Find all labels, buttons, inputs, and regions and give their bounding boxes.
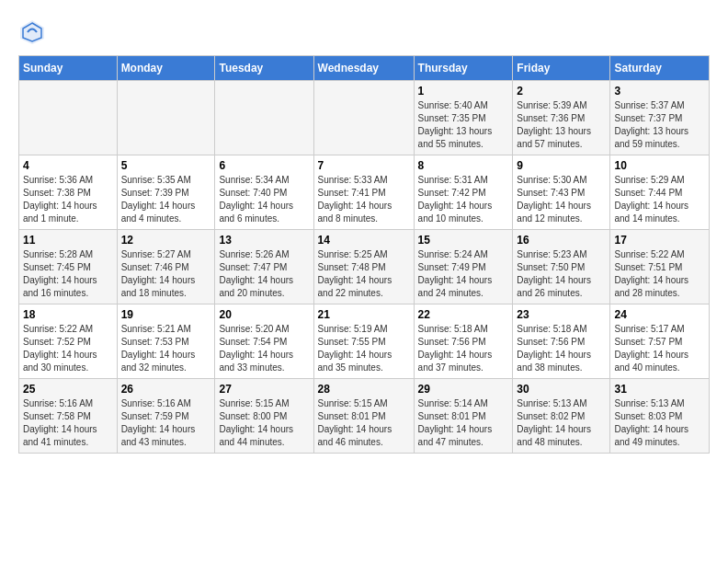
calendar-cell	[313, 81, 414, 155]
day-info: Sunrise: 5:35 AM Sunset: 7:39 PM Dayligh…	[121, 174, 211, 225]
day-number: 14	[318, 234, 410, 247]
col-header-thursday: Thursday	[414, 56, 513, 81]
calendar-cell: 3Sunrise: 5:37 AM Sunset: 7:37 PM Daylig…	[610, 81, 710, 155]
calendar-cell	[215, 81, 313, 155]
calendar-cell: 10Sunrise: 5:29 AM Sunset: 7:44 PM Dayli…	[610, 155, 710, 230]
day-info: Sunrise: 5:13 AM Sunset: 8:03 PM Dayligh…	[614, 397, 705, 449]
day-number: 10	[614, 159, 705, 172]
calendar-cell: 20Sunrise: 5:20 AM Sunset: 7:54 PM Dayli…	[215, 304, 313, 379]
day-info: Sunrise: 5:14 AM Sunset: 8:01 PM Dayligh…	[418, 397, 509, 449]
day-info: Sunrise: 5:13 AM Sunset: 8:02 PM Dayligh…	[517, 397, 606, 449]
day-number: 31	[614, 383, 705, 396]
calendar-cell: 27Sunrise: 5:15 AM Sunset: 8:00 PM Dayli…	[215, 379, 313, 454]
calendar-cell: 11Sunrise: 5:28 AM Sunset: 7:45 PM Dayli…	[19, 230, 118, 304]
calendar-cell: 21Sunrise: 5:19 AM Sunset: 7:55 PM Dayli…	[313, 304, 414, 379]
day-info: Sunrise: 5:31 AM Sunset: 7:42 PM Dayligh…	[418, 174, 509, 225]
day-number: 4	[23, 159, 113, 172]
day-info: Sunrise: 5:34 AM Sunset: 7:40 PM Dayligh…	[219, 174, 309, 225]
day-info: Sunrise: 5:20 AM Sunset: 7:54 PM Dayligh…	[219, 323, 309, 374]
calendar-cell: 22Sunrise: 5:18 AM Sunset: 7:56 PM Dayli…	[414, 304, 513, 379]
day-number: 29	[418, 383, 509, 396]
day-number: 23	[517, 308, 606, 321]
calendar-cell: 8Sunrise: 5:31 AM Sunset: 7:42 PM Daylig…	[414, 155, 513, 230]
day-info: Sunrise: 5:25 AM Sunset: 7:48 PM Dayligh…	[318, 248, 410, 300]
calendar-cell: 19Sunrise: 5:21 AM Sunset: 7:53 PM Dayli…	[117, 304, 215, 379]
calendar-table: SundayMondayTuesdayWednesdayThursdayFrid…	[18, 55, 710, 454]
calendar-cell: 25Sunrise: 5:16 AM Sunset: 7:58 PM Dayli…	[19, 379, 118, 454]
day-number: 2	[517, 85, 606, 98]
day-number: 19	[121, 308, 211, 321]
day-number: 5	[121, 159, 211, 172]
week-row-3: 11Sunrise: 5:28 AM Sunset: 7:45 PM Dayli…	[19, 230, 710, 304]
day-number: 12	[121, 234, 211, 247]
day-info: Sunrise: 5:27 AM Sunset: 7:46 PM Dayligh…	[121, 248, 211, 300]
day-number: 9	[517, 159, 606, 172]
day-number: 13	[219, 234, 309, 247]
calendar-cell: 23Sunrise: 5:18 AM Sunset: 7:56 PM Dayli…	[513, 304, 610, 379]
calendar-cell: 1Sunrise: 5:40 AM Sunset: 7:35 PM Daylig…	[414, 81, 513, 155]
day-number: 28	[318, 383, 410, 396]
day-number: 24	[614, 308, 705, 321]
day-number: 20	[219, 308, 309, 321]
day-number: 3	[614, 85, 705, 98]
calendar-cell: 14Sunrise: 5:25 AM Sunset: 7:48 PM Dayli…	[313, 230, 414, 304]
calendar-cell: 13Sunrise: 5:26 AM Sunset: 7:47 PM Dayli…	[215, 230, 313, 304]
col-header-saturday: Saturday	[610, 56, 710, 81]
day-info: Sunrise: 5:22 AM Sunset: 7:51 PM Dayligh…	[614, 248, 705, 300]
day-info: Sunrise: 5:37 AM Sunset: 7:37 PM Dayligh…	[614, 99, 705, 151]
day-number: 18	[23, 308, 113, 321]
calendar-cell: 4Sunrise: 5:36 AM Sunset: 7:38 PM Daylig…	[19, 155, 118, 230]
svg-marker-0	[20, 20, 44, 44]
day-info: Sunrise: 5:36 AM Sunset: 7:38 PM Dayligh…	[23, 174, 113, 225]
day-number: 25	[23, 383, 113, 396]
calendar-cell: 9Sunrise: 5:30 AM Sunset: 7:43 PM Daylig…	[513, 155, 610, 230]
day-info: Sunrise: 5:29 AM Sunset: 7:44 PM Dayligh…	[614, 174, 705, 225]
col-header-sunday: Sunday	[19, 56, 118, 81]
calendar-cell: 12Sunrise: 5:27 AM Sunset: 7:46 PM Dayli…	[117, 230, 215, 304]
day-info: Sunrise: 5:16 AM Sunset: 7:58 PM Dayligh…	[23, 397, 113, 449]
day-info: Sunrise: 5:40 AM Sunset: 7:35 PM Dayligh…	[418, 99, 509, 151]
day-number: 17	[614, 234, 705, 247]
day-number: 21	[318, 308, 410, 321]
day-info: Sunrise: 5:28 AM Sunset: 7:45 PM Dayligh…	[23, 248, 113, 300]
calendar-cell: 5Sunrise: 5:35 AM Sunset: 7:39 PM Daylig…	[117, 155, 215, 230]
page-header	[18, 18, 710, 46]
day-info: Sunrise: 5:22 AM Sunset: 7:52 PM Dayligh…	[23, 323, 113, 374]
logo-icon	[18, 18, 46, 46]
day-number: 7	[318, 159, 410, 172]
day-info: Sunrise: 5:19 AM Sunset: 7:55 PM Dayligh…	[318, 323, 410, 374]
calendar-cell: 28Sunrise: 5:15 AM Sunset: 8:01 PM Dayli…	[313, 379, 414, 454]
day-info: Sunrise: 5:24 AM Sunset: 7:49 PM Dayligh…	[418, 248, 509, 300]
day-info: Sunrise: 5:21 AM Sunset: 7:53 PM Dayligh…	[121, 323, 211, 374]
col-header-monday: Monday	[117, 56, 215, 81]
day-number: 15	[418, 234, 509, 247]
day-number: 26	[121, 383, 211, 396]
calendar-cell: 17Sunrise: 5:22 AM Sunset: 7:51 PM Dayli…	[610, 230, 710, 304]
day-info: Sunrise: 5:15 AM Sunset: 8:01 PM Dayligh…	[318, 397, 410, 449]
day-info: Sunrise: 5:33 AM Sunset: 7:41 PM Dayligh…	[318, 174, 410, 225]
col-header-tuesday: Tuesday	[215, 56, 313, 81]
day-info: Sunrise: 5:18 AM Sunset: 7:56 PM Dayligh…	[517, 323, 606, 374]
day-number: 1	[418, 85, 509, 98]
col-header-wednesday: Wednesday	[313, 56, 414, 81]
day-number: 22	[418, 308, 509, 321]
calendar-cell: 30Sunrise: 5:13 AM Sunset: 8:02 PM Dayli…	[513, 379, 610, 454]
calendar-cell	[117, 81, 215, 155]
calendar-cell: 7Sunrise: 5:33 AM Sunset: 7:41 PM Daylig…	[313, 155, 414, 230]
calendar-cell: 15Sunrise: 5:24 AM Sunset: 7:49 PM Dayli…	[414, 230, 513, 304]
day-number: 27	[219, 383, 309, 396]
calendar-cell	[19, 81, 118, 155]
calendar-cell: 31Sunrise: 5:13 AM Sunset: 8:03 PM Dayli…	[610, 379, 710, 454]
logo	[18, 18, 51, 46]
day-number: 16	[517, 234, 606, 247]
calendar-cell: 2Sunrise: 5:39 AM Sunset: 7:36 PM Daylig…	[513, 81, 610, 155]
calendar-cell: 26Sunrise: 5:16 AM Sunset: 7:59 PM Dayli…	[117, 379, 215, 454]
day-info: Sunrise: 5:15 AM Sunset: 8:00 PM Dayligh…	[219, 397, 309, 449]
day-info: Sunrise: 5:39 AM Sunset: 7:36 PM Dayligh…	[517, 99, 606, 151]
day-number: 30	[517, 383, 606, 396]
week-row-4: 18Sunrise: 5:22 AM Sunset: 7:52 PM Dayli…	[19, 304, 710, 379]
calendar-cell: 16Sunrise: 5:23 AM Sunset: 7:50 PM Dayli…	[513, 230, 610, 304]
week-row-5: 25Sunrise: 5:16 AM Sunset: 7:58 PM Dayli…	[19, 379, 710, 454]
week-row-2: 4Sunrise: 5:36 AM Sunset: 7:38 PM Daylig…	[19, 155, 710, 230]
day-info: Sunrise: 5:23 AM Sunset: 7:50 PM Dayligh…	[517, 248, 606, 300]
